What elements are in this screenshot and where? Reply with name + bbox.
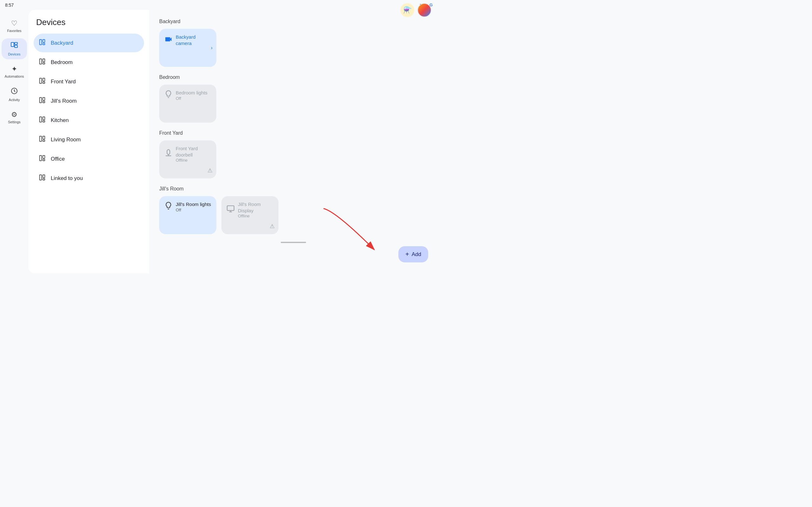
room-icon bbox=[39, 155, 46, 163]
device-card-top: Jill's Room Display Offline bbox=[226, 201, 273, 218]
device-name: Backyard camera bbox=[176, 34, 211, 46]
user-avatar[interactable] bbox=[417, 3, 432, 17]
sidebar-item-label: Settings bbox=[8, 120, 20, 124]
device-name: Bedroom lights bbox=[176, 90, 207, 96]
room-item-livingroom[interactable]: Living Room bbox=[34, 130, 144, 149]
sidebar-item-devices[interactable]: Devices bbox=[2, 38, 27, 59]
devices-grid-backyard: Backyard camera › bbox=[159, 29, 427, 67]
section-jillsroom: Jill's Room Jill's Room lights Off bbox=[159, 186, 427, 243]
room-item-office[interactable]: Office bbox=[34, 150, 144, 168]
section-label-bedroom: Bedroom bbox=[159, 74, 427, 80]
header-right: ⚗️ bbox=[400, 3, 432, 17]
room-name: Linked to you bbox=[51, 175, 83, 181]
room-icon bbox=[39, 77, 46, 86]
room-item-kitchen[interactable]: Kitchen bbox=[34, 111, 144, 130]
section-label-backyard: Backyard bbox=[159, 19, 427, 24]
device-card-jills-lights[interactable]: Jill's Room lights Off bbox=[159, 196, 216, 234]
device-name: Front Yard doorbell bbox=[176, 146, 211, 158]
room-item-jillsroom[interactable]: Jill's Room bbox=[34, 92, 144, 110]
svg-rect-11 bbox=[43, 78, 45, 81]
warning-icon: ⚠ bbox=[207, 167, 212, 174]
svg-rect-22 bbox=[40, 156, 42, 161]
device-card-backyard-camera[interactable]: Backyard camera › bbox=[159, 29, 216, 67]
device-card-jills-display[interactable]: Jill's Room Display Offline ⚠ bbox=[221, 196, 278, 234]
section-label-jillsroom: Jill's Room bbox=[159, 186, 427, 192]
svg-rect-8 bbox=[43, 59, 45, 62]
svg-rect-12 bbox=[43, 82, 45, 83]
room-item-linkedtoyou[interactable]: Linked to you bbox=[34, 169, 144, 187]
room-item-bedroom[interactable]: Bedroom bbox=[34, 53, 144, 72]
room-name: Jill's Room bbox=[51, 98, 77, 104]
content-panel: Backyard Backyard camera › Be bbox=[149, 10, 438, 274]
room-icon bbox=[39, 174, 46, 182]
device-status: Off bbox=[176, 96, 207, 101]
room-name: Bedroom bbox=[51, 59, 72, 66]
svg-rect-17 bbox=[43, 117, 45, 120]
sidebar-item-label: Activity bbox=[9, 98, 20, 102]
svg-rect-19 bbox=[40, 136, 42, 142]
sidebar-item-label: Devices bbox=[8, 52, 20, 56]
svg-rect-26 bbox=[43, 175, 45, 178]
sidebar-item-label: Favorites bbox=[7, 29, 21, 33]
scroll-indicator bbox=[281, 242, 306, 243]
devices-grid-frontyard: Front Yard doorbell Offline ⚠ bbox=[159, 140, 427, 178]
add-button-label: Add bbox=[412, 251, 421, 258]
sidebar-item-favorites[interactable]: ♡ Favorites bbox=[2, 16, 27, 36]
svg-rect-13 bbox=[40, 98, 42, 103]
device-card-frontyard-doorbell[interactable]: Front Yard doorbell Offline ⚠ bbox=[159, 140, 216, 178]
room-item-backyard[interactable]: Backyard bbox=[34, 34, 144, 52]
devices-icon bbox=[10, 42, 18, 51]
warning-icon: ⚠ bbox=[270, 223, 275, 230]
room-name: Office bbox=[51, 156, 65, 162]
section-bedroom: Bedroom Bedroom lights Off bbox=[159, 74, 427, 123]
status-time: 8:57 bbox=[5, 3, 14, 8]
plus-icon: + bbox=[405, 250, 409, 258]
sidebar-item-activity[interactable]: Activity bbox=[2, 84, 27, 105]
device-name: Jill's Room Display bbox=[238, 201, 273, 214]
settings-icon: ⚙ bbox=[11, 111, 17, 119]
device-card-top: Bedroom lights Off bbox=[164, 90, 211, 101]
svg-rect-16 bbox=[40, 117, 42, 122]
svg-rect-23 bbox=[43, 156, 45, 158]
devices-grid-jillsroom: Jill's Room lights Off bbox=[159, 196, 427, 234]
svg-rect-21 bbox=[43, 140, 45, 142]
svg-rect-15 bbox=[43, 101, 45, 103]
devices-grid-bedroom: Bedroom lights Off bbox=[159, 84, 427, 123]
device-card-top: Backyard camera bbox=[164, 34, 211, 46]
sidebar-item-settings[interactable]: ⚙ Settings bbox=[2, 107, 27, 127]
svg-rect-9 bbox=[43, 63, 45, 64]
svg-rect-28 bbox=[167, 150, 170, 154]
section-frontyard: Front Yard Front Yard doorbell Offline bbox=[159, 130, 427, 178]
svg-rect-25 bbox=[40, 175, 42, 180]
room-name: Living Room bbox=[51, 136, 81, 143]
svg-rect-1 bbox=[14, 43, 17, 44]
room-name: Front Yard bbox=[51, 78, 76, 85]
camera-icon bbox=[164, 35, 172, 45]
doorbell-icon bbox=[164, 149, 172, 159]
lights-icon bbox=[164, 202, 172, 212]
display-icon bbox=[226, 205, 235, 215]
svg-rect-7 bbox=[40, 59, 42, 64]
room-name: Kitchen bbox=[51, 117, 69, 124]
sidebar-nav: ♡ Favorites Devices ✦ Automations bbox=[0, 10, 29, 274]
sidebar-item-automations[interactable]: ✦ Automations bbox=[2, 62, 27, 81]
device-card-bedroom-lights[interactable]: Bedroom lights Off bbox=[159, 84, 216, 123]
devices-title: Devices bbox=[34, 17, 144, 27]
room-item-frontyard[interactable]: Front Yard bbox=[34, 72, 144, 91]
room-name: Backyard bbox=[51, 40, 73, 46]
room-icon bbox=[39, 116, 46, 124]
svg-rect-2 bbox=[14, 45, 17, 48]
svg-rect-27 bbox=[43, 179, 45, 180]
lights-icon bbox=[164, 90, 172, 100]
svg-rect-24 bbox=[43, 159, 45, 161]
chevron-right-icon: › bbox=[211, 45, 212, 51]
heart-icon: ♡ bbox=[11, 19, 17, 27]
device-status: Off bbox=[176, 208, 211, 212]
device-status: Offline bbox=[238, 214, 273, 218]
svg-rect-4 bbox=[40, 40, 42, 45]
lab-icon-button[interactable]: ⚗️ bbox=[400, 3, 414, 17]
devices-panel: Devices Backyard Bedroom bbox=[29, 10, 149, 274]
section-backyard: Backyard Backyard camera › bbox=[159, 19, 427, 67]
svg-rect-6 bbox=[43, 43, 45, 45]
add-button[interactable]: + Add bbox=[398, 246, 428, 262]
